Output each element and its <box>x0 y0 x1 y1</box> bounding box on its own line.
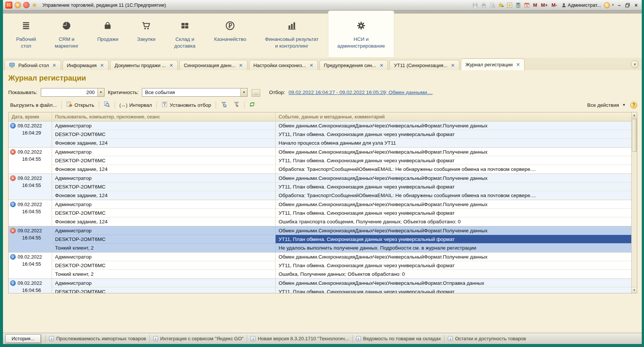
log-line[interactable]: Фоновое задание, 124Обработка: Транспорт… <box>52 165 631 174</box>
current-user-button[interactable]: Администрат... <box>560 2 602 8</box>
tab-close-icon[interactable]: ✕ <box>169 63 173 68</box>
log-user-cell[interactable]: Тонкий клиент, 2 <box>52 244 276 252</box>
log-user-cell[interactable]: Администратор <box>52 148 276 156</box>
history-button[interactable]: История... <box>5 334 41 343</box>
log-event-cell[interactable]: Обработка: ТранспортСообщенийОбменаEMAIL… <box>276 165 631 174</box>
filter-range-link[interactable]: 09.02.2022 16:04:27 - 09.02.2022 16:05:2… <box>289 90 433 95</box>
chevron-down-icon[interactable]: ▼ <box>240 88 247 96</box>
log-user-cell[interactable]: DESKTOP-2OMT6MC <box>52 209 276 217</box>
tab-close-icon[interactable]: ✕ <box>52 63 57 68</box>
log-record[interactable]: i09.02.202216:04:55АдминистраторОбмен да… <box>9 253 631 279</box>
log-event-cell[interactable]: УТ11, План обмена. Синхронизация данных … <box>276 156 631 165</box>
log-date-cell[interactable]: ×09.02.202216:04:55 <box>9 226 52 252</box>
log-user-cell[interactable]: Администратор <box>52 253 276 261</box>
tab-close-icon[interactable]: ✕ <box>516 62 520 67</box>
log-event-cell[interactable]: Ошибка, Получение данных; Объектов обраб… <box>276 270 631 278</box>
memory-recall-button[interactable]: M <box>532 2 538 8</box>
tab-overflow-button[interactable]: ▼ <box>631 60 639 68</box>
log-record[interactable]: i09.02.202216:04:56АдминистраторОбмен да… <box>9 279 631 293</box>
tab-close-icon[interactable]: ✕ <box>100 63 104 68</box>
all-actions-button[interactable]: Все действия▼ <box>585 102 628 109</box>
log-event-cell[interactable]: Обмен данными.СинхронизацияДанныхЧерезУн… <box>276 121 631 130</box>
news-link[interactable]: iОстатки и доступность товаров <box>444 335 529 343</box>
column-header-date[interactable]: Дата, время <box>9 112 52 121</box>
tab-1[interactable]: Рабочий стол✕ <box>4 60 61 70</box>
log-record[interactable]: i09.02.202216:04:29АдминистраторОбмен да… <box>9 121 631 148</box>
log-event-cell[interactable]: Ошибка транспорта сообщения, Получение д… <box>276 217 631 226</box>
log-user-cell[interactable]: DESKTOP-2OMT6MC <box>52 182 276 191</box>
log-event-cell[interactable]: УТ11, План обмена. Синхронизация данных … <box>276 130 631 138</box>
log-event-cell[interactable]: УТ11, План обмена. Синхронизация данных … <box>276 235 631 243</box>
section-item-warehouse[interactable]: Склад идоставка <box>165 13 205 58</box>
scroll-down-icon[interactable]: ▼ <box>632 287 637 293</box>
log-user-cell[interactable]: Фоновое задание, 124 <box>52 217 276 226</box>
log-record[interactable]: ×09.02.202216:04:55АдминистраторОбмен да… <box>9 226 631 253</box>
filter-by-value-button[interactable] <box>219 100 229 109</box>
log-line[interactable]: АдминистраторОбмен данными.Синхронизация… <box>52 148 631 156</box>
news-link[interactable]: iВедомость по товарам на складах <box>352 335 444 343</box>
1c-logo-icon[interactable]: 1С <box>5 1 12 9</box>
section-item-finance[interactable]: Финансовый результати контроллинг <box>255 13 328 58</box>
info-icon[interactable]: i <box>604 2 610 8</box>
set-filter-button[interactable]: Установить отбор <box>160 100 213 109</box>
log-event-cell[interactable]: УТ11, План обмена. Синхронизация данных … <box>276 209 631 217</box>
tab-8[interactable]: Журнал регистрации✕ <box>461 58 525 70</box>
record-button[interactable] <box>23 2 30 8</box>
tab-close-icon[interactable]: ✕ <box>451 63 455 68</box>
favorites-star-icon[interactable]: ★ <box>32 2 37 8</box>
log-date-cell[interactable]: ×09.02.202216:04:55 <box>9 148 52 174</box>
log-line[interactable]: DESKTOP-2OMT6MCУТ11, План обмена. Синхро… <box>52 235 631 244</box>
log-line[interactable]: АдминистраторОбмен данными.Синхронизация… <box>52 253 631 261</box>
export-to-file-button[interactable]: Выгрузить в файл... <box>8 102 59 109</box>
log-line[interactable]: АдминистраторОбмен данными.Синхронизация… <box>52 226 631 235</box>
log-event-cell[interactable]: Начало процесса обмена данными для узла … <box>276 139 631 147</box>
log-line[interactable]: DESKTOP-2OMT6MCУТ11, План обмена. Синхро… <box>52 261 631 270</box>
calculator-icon[interactable] <box>515 1 522 9</box>
criticality-more-button[interactable]: ... <box>252 89 260 97</box>
log-user-cell[interactable]: DESKTOP-2OMT6MC <box>52 261 276 269</box>
tab-close-icon[interactable]: ✕ <box>379 63 383 68</box>
log-user-cell[interactable]: DESKTOP-2OMT6MC <box>52 130 276 138</box>
log-event-cell[interactable]: УТ11, План обмена. Синхронизация данных … <box>276 287 631 293</box>
tab-6[interactable]: Предупреждения син...✕ <box>319 60 388 70</box>
log-user-cell[interactable]: Администратор <box>52 200 276 208</box>
memory-add-button[interactable]: M+ <box>540 2 549 8</box>
log-event-cell[interactable]: УТ11, План обмена. Синхронизация данных … <box>276 261 631 269</box>
log-line[interactable]: АдминистраторОбмен данными.Синхронизация… <box>52 174 631 182</box>
tab-3[interactable]: Документы продажи ...✕ <box>110 60 178 70</box>
log-line[interactable]: АдминистраторОбмен данными.Синхронизация… <box>52 200 631 209</box>
log-record[interactable]: ×09.02.202216:04:55АдминистраторОбмен да… <box>9 174 631 200</box>
log-user-cell[interactable]: Администратор <box>52 174 276 182</box>
log-user-cell[interactable]: Фоновое задание, 124 <box>52 139 276 147</box>
section-item-desktop[interactable]: Рабочийстол <box>7 13 45 58</box>
log-user-cell[interactable]: DESKTOP-2OMT6MC <box>52 235 276 243</box>
show-count-combobox[interactable]: 200 ▼ <box>41 88 104 97</box>
log-event-cell[interactable]: УТ11, План обмена. Синхронизация данных … <box>276 182 631 191</box>
section-item-admin[interactable]: НСИ иадминистрирование <box>328 10 394 58</box>
news-link[interactable]: iПрослеживаемость импортных товаров <box>45 335 149 343</box>
log-user-cell[interactable]: DESKTOP-2OMT6MC <box>52 287 276 293</box>
scroll-up-icon[interactable]: ▲ <box>632 112 637 118</box>
minimize-button[interactable]: – <box>616 2 623 8</box>
log-user-cell[interactable]: Фоновое задание, 124 <box>52 191 276 200</box>
tab-7[interactable]: УТ11 (Синхронизация...✕ <box>389 60 459 70</box>
news-link[interactable]: iИнтеграция с сервисом "Яндекс GO" <box>149 335 247 343</box>
restore-button[interactable] <box>624 1 631 9</box>
log-line[interactable]: DESKTOP-2OMT6MCУТ11, План обмена. Синхро… <box>52 130 631 139</box>
log-record[interactable]: i09.02.202216:04:55АдминистраторОбмен да… <box>9 200 631 226</box>
news-link[interactable]: iНовая версия 8.3.20.1710 "Технологич... <box>247 335 352 343</box>
tab-5[interactable]: Настройки синхрониз...✕ <box>249 60 318 70</box>
column-header-user[interactable]: Пользователь, компьютер, приложение, сеа… <box>52 112 276 121</box>
add-favorite-icon[interactable] <box>498 1 505 9</box>
tab-close-icon[interactable]: ✕ <box>309 63 313 68</box>
help-button[interactable]: ? <box>630 102 637 109</box>
close-button[interactable]: × <box>633 2 640 8</box>
log-line[interactable]: Фоновое задание, 124Ошибка транспорта со… <box>52 217 631 226</box>
chevron-down-icon[interactable]: ▼ <box>97 88 104 96</box>
vertical-scrollbar[interactable]: ▲ ▼ <box>631 112 637 293</box>
log-event-cell[interactable]: Обмен данными.СинхронизацияДанныхЧерезУн… <box>276 279 631 287</box>
log-event-cell[interactable]: Обработка: ТранспортСообщенийОбменаEMAIL… <box>276 191 631 200</box>
memory-subtract-button[interactable]: M- <box>550 2 558 8</box>
log-event-cell[interactable]: Обмен данными.СинхронизацияДанныхЧерезУн… <box>276 200 631 208</box>
log-user-cell[interactable]: Фоновое задание, 124 <box>52 165 276 174</box>
